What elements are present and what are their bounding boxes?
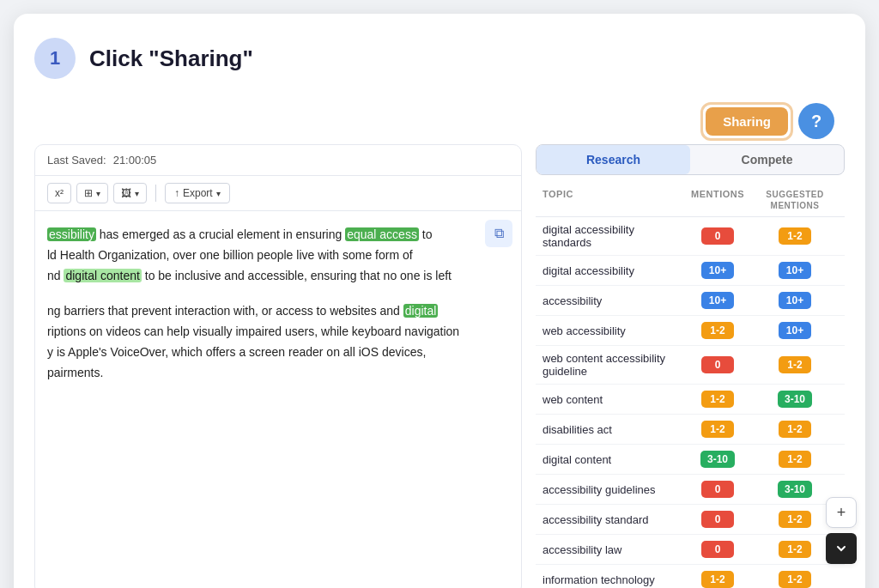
top-bar: Sharing ? bbox=[695, 96, 845, 149]
topic-cell: accessibility guidelines bbox=[543, 483, 683, 496]
topic-cell: accessibility standard bbox=[543, 513, 683, 526]
table-body: digital accessibility standards 0 1-2 di… bbox=[536, 217, 845, 588]
table-row: web accessibility 1-2 10+ bbox=[536, 316, 845, 346]
topic-cell: accessibility law bbox=[543, 543, 683, 556]
mentions-cell: 10+ bbox=[683, 262, 752, 279]
topic-cell: web content accessibility guideline bbox=[543, 352, 683, 378]
topic-cell: digital accessibility bbox=[543, 264, 683, 277]
paragraph-1: essibility has emerged as a crucial elem… bbox=[47, 225, 509, 286]
mentions-cell: 0 bbox=[683, 356, 752, 373]
suggested-cell: 10+ bbox=[752, 262, 838, 279]
highlight-digital-content: digital content bbox=[64, 269, 141, 282]
highlight-digital: digital bbox=[403, 304, 439, 318]
suggested-cell: 1-2 bbox=[752, 571, 838, 588]
suggested-badge: 1-2 bbox=[779, 356, 811, 373]
mentions-badge: 1-2 bbox=[701, 421, 734, 438]
suggested-badge: 10+ bbox=[779, 292, 811, 309]
table-row: web content accessibility guideline 0 1-… bbox=[536, 346, 845, 385]
step-title: Click "Sharing" bbox=[89, 45, 253, 72]
mentions-badge: 1-2 bbox=[701, 322, 734, 339]
step-badge: 1 bbox=[34, 38, 76, 79]
table-row: accessibility law 0 1-2 bbox=[536, 535, 845, 565]
mentions-badge: 0 bbox=[701, 511, 734, 528]
table-button[interactable]: ⊞ ▾ bbox=[76, 183, 108, 203]
suggested-cell: 10+ bbox=[752, 292, 838, 309]
collapse-button[interactable] bbox=[826, 533, 857, 564]
suggested-badge: 1-2 bbox=[779, 421, 811, 438]
image-button[interactable]: 🖼 ▾ bbox=[113, 183, 147, 203]
suggested-badge: 10+ bbox=[779, 322, 811, 339]
mentions-badge: 0 bbox=[701, 541, 734, 558]
suggested-cell: 1-2 bbox=[752, 356, 838, 373]
toolbar: x² ⊞ ▾ 🖼 ▾ ↑ Export ▾ bbox=[35, 176, 521, 211]
col-suggested: SUGGESTEDMENTIONS bbox=[752, 189, 838, 211]
table-row: digital accessibility standards 0 1-2 bbox=[536, 217, 845, 256]
suggested-badge: 1-2 bbox=[779, 571, 811, 588]
zoom-in-button[interactable]: + bbox=[826, 497, 857, 528]
step-header: 1 Click "Sharing" bbox=[34, 38, 845, 79]
zoom-controls: + − bbox=[826, 497, 857, 564]
highlight-equal-access: equal access bbox=[345, 227, 419, 241]
table-row: disabilities act 1-2 1-2 bbox=[536, 415, 845, 445]
topic-cell: digital accessibility standards bbox=[543, 223, 683, 249]
editor-body: ⧉ essibility has emerged as a crucial el… bbox=[35, 211, 521, 588]
suggested-badge: 1-2 bbox=[779, 227, 811, 245]
paragraph-2: ng barriers that prevent interaction wit… bbox=[47, 301, 509, 383]
table-row: information technology 1-2 1-2 bbox=[536, 565, 845, 588]
mentions-badge: 10+ bbox=[701, 262, 734, 279]
topic-cell: accessibility bbox=[543, 294, 683, 307]
last-saved-time: 21:00:05 bbox=[113, 154, 157, 167]
table-header: TOPIC MENTIONS SUGGESTEDMENTIONS bbox=[536, 184, 845, 217]
mentions-cell: 0 bbox=[683, 511, 752, 528]
mentions-cell: 1-2 bbox=[683, 322, 752, 339]
superscript-button[interactable]: x² bbox=[47, 183, 71, 203]
suggested-cell: 1-2 bbox=[752, 511, 838, 528]
mentions-badge: 0 bbox=[701, 227, 734, 245]
highlight-essibility: essibility bbox=[47, 227, 96, 241]
table-row: digital content 3-10 1-2 bbox=[536, 445, 845, 475]
mentions-badge: 0 bbox=[701, 356, 734, 373]
topic-cell: information technology bbox=[543, 573, 683, 586]
editor-top-bar: Last Saved: 21:00:05 bbox=[35, 145, 521, 176]
main-card: 1 Click "Sharing" Sharing ? Last Saved: … bbox=[14, 14, 865, 588]
table-row: accessibility standard 0 1-2 bbox=[536, 505, 845, 535]
mentions-cell: 1-2 bbox=[683, 421, 752, 438]
topic-cell: digital content bbox=[543, 453, 683, 466]
col-topic: TOPIC bbox=[543, 189, 683, 211]
table-row: web content 1-2 3-10 bbox=[536, 385, 845, 415]
tab-compete[interactable]: Compete bbox=[690, 145, 844, 174]
right-panel: Research Compete TOPIC MENTIONS SUGGESTE… bbox=[536, 144, 845, 588]
suggested-badge: 3-10 bbox=[778, 391, 812, 408]
tab-research[interactable]: Research bbox=[536, 145, 690, 174]
topic-cell: web content bbox=[543, 393, 683, 406]
mentions-cell: 0 bbox=[683, 541, 752, 558]
mentions-badge: 1-2 bbox=[701, 391, 734, 408]
mentions-badge: 10+ bbox=[701, 292, 734, 309]
export-button[interactable]: ↑ Export ▾ bbox=[165, 183, 230, 203]
mentions-cell: 0 bbox=[683, 481, 752, 498]
suggested-cell: 1-2 bbox=[752, 421, 838, 438]
suggested-cell: 3-10 bbox=[752, 481, 838, 498]
copy-icon[interactable]: ⧉ bbox=[485, 220, 512, 247]
suggested-cell: 1-2 bbox=[752, 451, 838, 468]
table-row: digital accessibility 10+ 10+ bbox=[536, 256, 845, 286]
suggested-badge: 1-2 bbox=[779, 541, 811, 558]
mentions-cell: 3-10 bbox=[683, 451, 752, 468]
mentions-badge: 0 bbox=[701, 481, 734, 498]
main-content: Sharing ? Last Saved: 21:00:05 x² ⊞ ▾ bbox=[34, 100, 845, 588]
suggested-cell: 3-10 bbox=[752, 391, 838, 408]
mentions-badge: 1-2 bbox=[701, 571, 734, 588]
topic-cell: disabilities act bbox=[543, 423, 683, 436]
last-saved-label: Last Saved: bbox=[47, 154, 106, 167]
table-row: accessibility 10+ 10+ bbox=[536, 286, 845, 316]
topic-cell: web accessibility bbox=[543, 324, 683, 337]
mentions-cell: 1-2 bbox=[683, 391, 752, 408]
suggested-badge: 1-2 bbox=[779, 511, 811, 528]
mentions-cell: 10+ bbox=[683, 292, 752, 309]
sharing-button[interactable]: Sharing bbox=[706, 107, 788, 136]
suggested-cell: 1-2 bbox=[752, 227, 838, 245]
help-button[interactable]: ? bbox=[798, 103, 834, 139]
collapse-icon bbox=[834, 542, 848, 555]
suggested-cell: 1-2 bbox=[752, 541, 838, 558]
mentions-badge: 3-10 bbox=[700, 451, 735, 468]
